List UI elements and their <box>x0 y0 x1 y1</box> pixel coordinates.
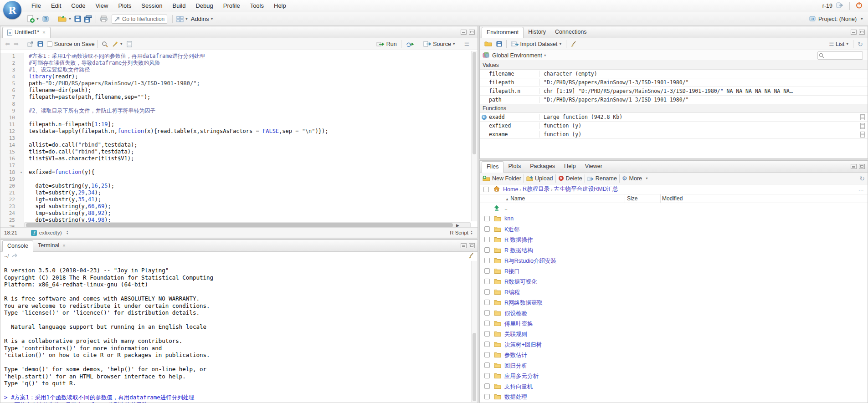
menu-tools[interactable]: Tools <box>245 0 269 12</box>
file-checkbox[interactable] <box>484 226 490 232</box>
file-checkbox[interactable] <box>484 216 490 221</box>
tab-environment[interactable]: Environment <box>482 27 524 38</box>
tab-untitled1[interactable]: R Untitled1* × <box>2 27 51 38</box>
file-checkbox[interactable] <box>484 268 490 274</box>
file-checkbox[interactable] <box>484 394 490 399</box>
print-button[interactable] <box>100 14 108 24</box>
sort-name-header[interactable]: ▲ Name <box>505 195 525 202</box>
source-on-save-checkbox[interactable] <box>47 41 52 47</box>
environment-object-row[interactable]: filepath.nchr [1:19] "D:/PHD/RS/papers/R… <box>480 87 868 96</box>
code-line[interactable]: 8 <box>0 101 471 107</box>
save-all-button[interactable] <box>84 14 92 24</box>
file-name[interactable]: 关联规则 <box>504 331 527 338</box>
file-type-selector[interactable]: R Script▲▼ <box>450 230 473 235</box>
size-column-header[interactable]: Size <box>627 195 637 202</box>
menu-view[interactable]: View <box>90 0 113 12</box>
file-row[interactable]: 傅里叶变换 <box>480 318 868 329</box>
editor-vertical-scrollbar[interactable] <box>471 51 477 221</box>
view-function-icon[interactable] <box>860 132 865 138</box>
file-name[interactable]: 支持向量机 <box>504 383 533 391</box>
new-file-button[interactable]: ▼ <box>27 14 39 24</box>
more-button[interactable]: ⚙More▼ <box>622 175 648 182</box>
select-all-checkbox[interactable] <box>483 187 489 192</box>
code-line[interactable]: 1#方案1：采用1个函数读取不同的参数值，再用dataframe进行分列处理 <box>0 53 471 60</box>
close-icon[interactable]: × <box>42 27 45 38</box>
file-name[interactable]: 应用多元分析 <box>504 372 539 380</box>
maximize-icon[interactable] <box>469 243 475 248</box>
save-button[interactable] <box>74 14 81 24</box>
environment-object-row[interactable]: exfixedfunction (y) <box>480 122 868 130</box>
tab-files[interactable]: Files <box>482 161 503 173</box>
sign-out-icon[interactable] <box>836 2 843 10</box>
code-line[interactable]: 3#1、设定要提取文件路径 <box>0 66 471 73</box>
minimize-icon[interactable] <box>851 30 857 35</box>
menu-session[interactable]: Session <box>136 0 167 12</box>
file-checkbox[interactable] <box>484 342 490 347</box>
file-row[interactable]: knn <box>480 214 868 224</box>
new-folder-button[interactable]: New Folder <box>483 175 521 182</box>
code-line[interactable]: 15tlist=do.call("rbind",testdata); <box>0 148 471 155</box>
file-row[interactable]: 假设检验 <box>480 308 868 318</box>
quit-session-icon[interactable] <box>856 2 863 10</box>
code-line[interactable]: 20 date=substring(y,16,25); <box>0 183 471 189</box>
tab-terminal[interactable]: Terminal× <box>33 240 70 251</box>
file-checkbox[interactable] <box>484 352 490 357</box>
code-line[interactable]: 7filepath=paste(path,filename,sep=""); <box>0 94 471 101</box>
fold-arrow-icon[interactable]: ▾ <box>19 169 24 176</box>
menu-edit[interactable]: Edit <box>46 0 66 12</box>
code-tools-icon[interactable]: ▼ <box>112 41 123 47</box>
menu-plots[interactable]: Plots <box>113 0 136 12</box>
tab-packages[interactable]: Packages <box>525 161 560 172</box>
clear-objects-icon[interactable] <box>570 41 576 47</box>
file-checkbox[interactable] <box>484 321 490 326</box>
file-name[interactable]: 参数估计 <box>504 352 527 359</box>
close-icon[interactable]: × <box>62 240 65 251</box>
document-outline-icon[interactable]: ☰ <box>464 41 469 47</box>
file-row[interactable]: R编程 <box>480 287 868 297</box>
file-name[interactable]: R接口 <box>504 268 520 275</box>
rename-button[interactable]: Rename <box>587 175 617 182</box>
environment-scope-selector[interactable]: Global Environment <box>492 52 542 59</box>
code-line[interactable]: 12testdata=lapply(filepath.n,function(x)… <box>0 128 471 135</box>
refresh-icon[interactable]: ↻ <box>859 175 865 182</box>
clear-console-icon[interactable] <box>468 253 474 260</box>
file-row[interactable]: 数据处理 <box>480 392 868 402</box>
file-row[interactable]: R 数据操作 <box>480 235 868 245</box>
maximize-icon[interactable] <box>469 30 475 35</box>
forward-icon[interactable]: ➡ <box>14 41 19 47</box>
file-row[interactable]: 数据描述性分析 <box>480 402 868 403</box>
file-name[interactable]: 决策树+回归树 <box>504 341 542 349</box>
modified-column-header[interactable]: Modified <box>662 195 683 202</box>
environment-object-row[interactable]: filepath"D:/PHD/RS/papers/RainSnow/1-3/I… <box>480 78 868 87</box>
file-row[interactable]: 关联规则 <box>480 329 868 339</box>
new-project-button[interactable]: R <box>42 14 50 24</box>
code-line[interactable]: 18▾exfixed=function(y){ <box>0 169 471 176</box>
back-icon[interactable]: ⬅ <box>5 41 10 47</box>
environment-search[interactable] <box>817 51 863 60</box>
file-checkbox[interactable] <box>484 247 490 253</box>
menu-help[interactable]: Help <box>269 0 291 12</box>
code-line[interactable]: 11filepath.n=filepath[1:19]; <box>0 121 471 128</box>
tab-viewer[interactable]: Viewer <box>580 161 607 172</box>
refresh-icon[interactable]: ↻ <box>858 41 863 48</box>
pane-layout-button[interactable]: ▼ <box>176 14 188 24</box>
file-checkbox[interactable] <box>484 383 490 389</box>
file-name[interactable]: R 数据操作 <box>504 236 533 244</box>
view-function-icon[interactable] <box>860 114 865 120</box>
file-row[interactable]: 应用多元分析 <box>480 371 868 381</box>
file-row[interactable]: R网络数据获取 <box>480 297 868 308</box>
code-line[interactable]: 5path="D:/PHD/RS/papers/RainSnow/1-3/ISD… <box>0 80 471 87</box>
file-row[interactable]: R数据可视化 <box>480 276 868 287</box>
compile-report-icon[interactable] <box>127 41 132 47</box>
code-line[interactable]: 2#可能存在读值失败，导致dataframe分列失败的风险 <box>0 60 471 66</box>
code-line[interactable]: 23 spd=substring(y,66,69); <box>0 203 471 210</box>
file-name[interactable]: .. <box>504 205 508 211</box>
menu-profile[interactable]: Profile <box>218 0 245 12</box>
tab-history[interactable]: History <box>524 26 550 38</box>
file-checkbox[interactable] <box>484 279 490 284</box>
minimize-icon[interactable] <box>461 30 467 35</box>
code-line[interactable]: 10 <box>0 114 471 121</box>
code-line[interactable]: 21 lat=substr(y,29,34); <box>0 189 471 196</box>
environment-object-row[interactable]: ▶exaddLarge function (942.8 Kb) <box>480 113 868 122</box>
file-row[interactable]: 回归分析 <box>480 360 868 371</box>
